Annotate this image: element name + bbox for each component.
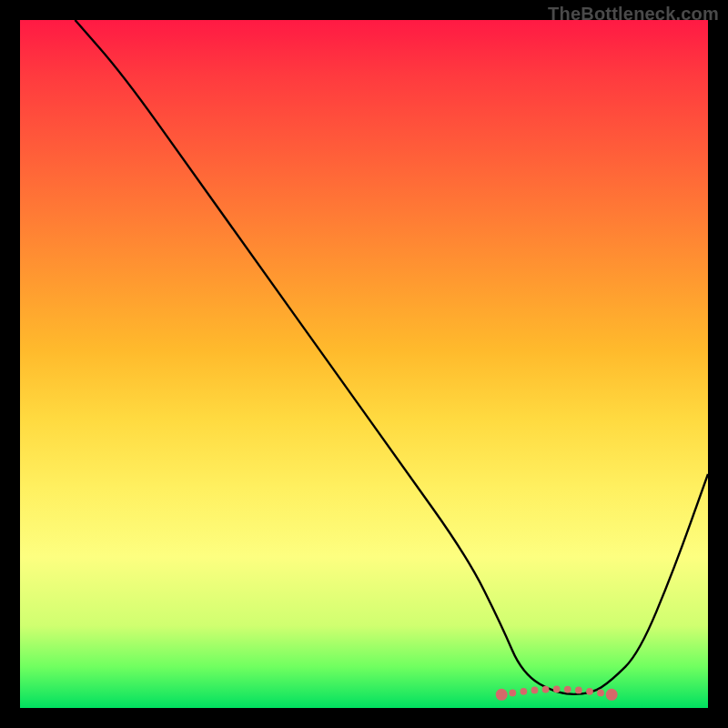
highlight-dot — [497, 690, 506, 699]
bottleneck-curve — [75, 20, 708, 694]
bottleneck-curve-svg — [20, 20, 708, 708]
highlight-dot — [588, 689, 592, 693]
highlight-dot — [511, 691, 515, 695]
highlight-dot — [599, 691, 603, 695]
chart-plot-area — [20, 20, 708, 708]
highlight-dot — [532, 688, 537, 693]
highlight-dot — [576, 688, 581, 693]
highlight-dot — [607, 690, 616, 699]
watermark-text: TheBottleneck.com — [548, 4, 719, 25]
highlight-dot — [565, 687, 570, 692]
highlight-dot — [521, 689, 526, 693]
highlight-dot — [554, 687, 559, 692]
highlight-dot — [543, 687, 548, 692]
